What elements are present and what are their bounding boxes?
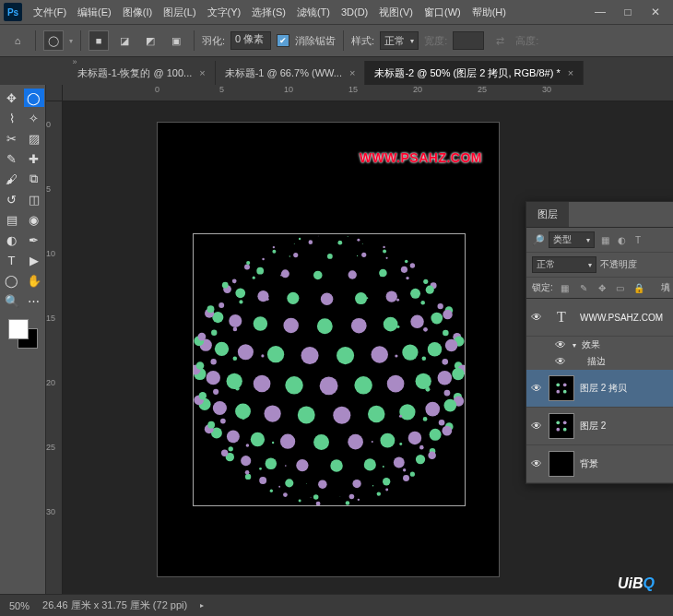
magic-wand-tool[interactable]: ✧ <box>24 109 44 127</box>
blend-mode-select[interactable]: 正常▾ <box>532 256 596 273</box>
visibility-toggle[interactable]: 👁 <box>554 338 567 351</box>
menu-edit[interactable]: 编辑(E) <box>72 2 117 23</box>
shape-tool[interactable]: ◯ <box>2 271 22 290</box>
filter-adjust-icon[interactable]: ◐ <box>615 233 628 246</box>
filter-pixel-icon[interactable]: ▦ <box>598 233 611 246</box>
doc-tab-3[interactable]: 未标题-2 @ 50% (图层 2 拷贝, RGB/8#) * × <box>365 61 584 85</box>
ruler-origin[interactable] <box>46 85 63 101</box>
move-tool[interactable]: ✥ <box>2 89 22 107</box>
lasso-tool[interactable]: ⌇ <box>2 109 22 127</box>
svg-point-59 <box>366 297 368 299</box>
menu-layer[interactable]: 图层(L) <box>158 2 201 23</box>
layer-fx-stroke[interactable]: 👁 描边 <box>526 353 673 370</box>
svg-point-174 <box>403 475 409 481</box>
ruler-horizontal[interactable]: 0 5 10 15 20 25 30 <box>63 85 673 101</box>
svg-point-120 <box>425 387 430 392</box>
heal-tool[interactable]: ✚ <box>24 149 44 168</box>
svg-point-110 <box>264 405 280 421</box>
menu-view[interactable]: 视图(V) <box>373 2 419 23</box>
close-icon[interactable]: × <box>568 67 573 78</box>
selection-intersect-icon[interactable]: ▣ <box>166 30 186 51</box>
svg-point-60 <box>396 299 399 302</box>
svg-point-71 <box>238 344 254 360</box>
ruler-vertical[interactable]: 0 5 10 15 20 25 30 <box>46 101 63 594</box>
menu-filter[interactable]: 滤镜(T) <box>291 2 336 23</box>
type-tool[interactable]: T <box>2 251 22 269</box>
zoom-level[interactable]: 50% <box>9 600 30 611</box>
path-select-tool[interactable]: ▶ <box>24 251 44 269</box>
layer-copy[interactable]: 👁 图层 2 拷贝 <box>526 370 673 408</box>
menu-type[interactable]: 文字(Y) <box>202 2 247 23</box>
lock-paint-icon[interactable]: ✎ <box>577 281 590 294</box>
close-icon[interactable]: × <box>199 67 205 78</box>
layers-tab[interactable]: 图层 <box>526 202 569 227</box>
hand-tool[interactable]: ✋ <box>24 271 44 290</box>
gradient-tool[interactable]: ▤ <box>2 210 22 229</box>
feather-input[interactable]: 0 像素 <box>230 31 271 50</box>
visibility-toggle[interactable]: 👁 <box>530 420 543 432</box>
doc-tab-1[interactable]: 未标题-1-恢复的 @ 100... × <box>68 61 216 85</box>
color-swatches[interactable] <box>6 317 40 350</box>
style-select[interactable]: 正常▾ <box>380 31 419 50</box>
layer-name[interactable]: WWW.PSAHZ.COM <box>580 313 663 323</box>
edit-toolbar[interactable]: ⋯ <box>24 291 44 310</box>
menu-file[interactable]: 文件(F) <box>28 2 72 23</box>
crop-tool[interactable]: ✂ <box>2 129 22 148</box>
history-brush-tool[interactable]: ↺ <box>2 190 22 208</box>
visibility-toggle[interactable]: 👁 <box>530 457 543 470</box>
pen-tool[interactable]: ✒ <box>24 231 44 249</box>
layer-fx-row[interactable]: 👁 ▾ 效果 <box>526 337 673 353</box>
doc-tab-2[interactable]: 未标题-1 @ 66.7% (WW... × <box>216 61 366 85</box>
visibility-toggle[interactable]: 👁 <box>554 355 567 368</box>
dodge-tool[interactable]: ◐ <box>2 231 22 249</box>
eraser-tool[interactable]: ◫ <box>24 190 44 208</box>
filter-kind-select[interactable]: 类型▾ <box>549 231 595 248</box>
visibility-toggle[interactable]: 👁 <box>530 382 543 395</box>
close-button[interactable]: ✕ <box>642 2 669 22</box>
zoom-tool[interactable]: 🔍 <box>2 291 22 310</box>
search-icon[interactable]: 🔎 <box>532 233 545 246</box>
document-canvas[interactable]: WWW.PSAHZ.COM <box>157 122 500 577</box>
blur-tool[interactable]: ◉ <box>24 210 44 229</box>
selection-new-icon[interactable]: ■ <box>89 30 109 51</box>
document-dimensions[interactable]: 26.46 厘米 x 31.75 厘米 (72 ppi) <box>42 598 187 612</box>
layer-background[interactable]: 👁 背景 <box>526 445 673 483</box>
maximize-button[interactable]: □ <box>614 2 642 22</box>
lock-move-icon[interactable]: ✥ <box>596 281 608 294</box>
svg-point-96 <box>210 359 216 364</box>
expand-tabs-icon[interactable]: » <box>68 55 81 68</box>
selection-add-icon[interactable]: ◪ <box>114 30 135 51</box>
brush-tool[interactable]: 🖌 <box>2 170 22 188</box>
layer-name[interactable]: 图层 2 拷贝 <box>580 382 627 395</box>
layer-name[interactable]: 图层 2 <box>580 420 606 432</box>
selection-subtract-icon[interactable]: ◩ <box>140 30 160 51</box>
marquee-ellipse-icon[interactable]: ◯ <box>43 30 64 51</box>
minimize-button[interactable]: ― <box>586 2 614 22</box>
menu-select[interactable]: 选择(S) <box>246 2 291 23</box>
marquee-tool[interactable]: ◯ <box>24 89 44 107</box>
visibility-toggle[interactable]: 👁 <box>530 311 543 324</box>
stamp-tool[interactable]: ⧉ <box>24 170 44 188</box>
lock-artboard-icon[interactable]: ▭ <box>614 281 627 294</box>
eyedropper-tool[interactable]: ✎ <box>2 149 22 168</box>
layer-name[interactable]: 背景 <box>580 457 598 470</box>
menu-3d[interactable]: 3D(D) <box>336 3 373 21</box>
slice-tool[interactable]: ▨ <box>24 129 44 148</box>
antialias-checkbox[interactable]: ✔ <box>277 34 289 47</box>
svg-point-79 <box>396 326 399 328</box>
layer-text[interactable]: 👁 T WWW.PSAHZ.COM <box>526 299 673 337</box>
svg-point-20 <box>256 267 264 275</box>
lock-all-icon[interactable]: 🔒 <box>632 281 645 294</box>
filter-type-icon[interactable]: T <box>632 233 644 246</box>
close-icon[interactable]: × <box>349 67 355 78</box>
home-icon[interactable]: ⌂ <box>7 30 28 51</box>
menu-help[interactable]: 帮助(H) <box>466 2 512 23</box>
menu-image[interactable]: 图像(I) <box>117 2 158 23</box>
svg-point-165 <box>285 479 293 487</box>
collapse-icon[interactable]: ▾ <box>573 341 576 349</box>
lock-trans-icon[interactable]: ▦ <box>559 281 572 294</box>
status-caret-icon[interactable]: ▸ <box>200 601 204 610</box>
menu-window[interactable]: 窗口(W) <box>419 2 466 23</box>
layer-2[interactable]: 👁 图层 2 <box>526 408 673 445</box>
foreground-swatch[interactable] <box>8 319 29 339</box>
